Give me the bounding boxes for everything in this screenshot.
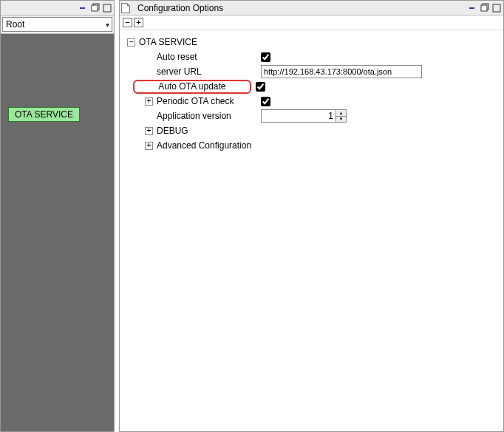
root-dropdown[interactable]: Root ▾ (2, 17, 112, 32)
svg-rect-2 (92, 5, 98, 11)
label-auto-reset: Auto reset (157, 52, 256, 62)
tree-label-root: OTA SERVICE (139, 37, 197, 47)
collapse-all-button[interactable]: − (123, 18, 132, 27)
maximize-icon[interactable] (491, 3, 502, 13)
expander-icon[interactable]: + (145, 127, 153, 135)
svg-rect-7 (493, 4, 500, 12)
svg-rect-6 (481, 5, 487, 11)
restore-icon[interactable] (480, 3, 490, 13)
left-pane: Root ▾ OTA SERVICE (0, 0, 115, 432)
checkbox-auto-reset[interactable] (261, 52, 270, 62)
checkbox-auto-ota-update[interactable] (256, 82, 265, 92)
spinner-down-icon[interactable]: ▼ (336, 117, 346, 123)
expander-icon[interactable]: + (145, 142, 153, 150)
checkbox-periodic-check[interactable] (261, 97, 270, 106)
minimize-icon[interactable] (78, 3, 89, 13)
label-app-version: Application version (157, 111, 256, 121)
restore-icon[interactable] (90, 3, 101, 13)
spinner-app-version[interactable]: ▲ ▼ (261, 109, 347, 123)
tree-node-auto-ota-update: · Auto OTA update (124, 79, 499, 94)
label-periodic-check: Periodic OTA check (157, 96, 256, 106)
chevron-down-icon: ▾ (106, 21, 109, 29)
document-icon (121, 3, 130, 13)
spinner-up-icon[interactable]: ▲ (336, 110, 346, 117)
tree-node-server-url: · server URL (124, 64, 499, 79)
label-auto-ota-update: Auto OTA update (158, 81, 245, 92)
highlight-auto-ota-update: · Auto OTA update (133, 80, 251, 94)
tree-toolbar: − + (120, 16, 503, 30)
root-selector-row: Root ▾ (1, 16, 114, 34)
right-title: Configuration Options (136, 3, 465, 13)
tree-node-auto-reset: · Auto reset (124, 49, 499, 64)
svg-rect-4 (469, 7, 474, 9)
input-server-url[interactable] (261, 65, 422, 78)
expander-icon[interactable]: − (127, 38, 135, 47)
tree-node-advanced[interactable]: + Advanced Configuration (124, 138, 499, 153)
ota-service-node[interactable]: OTA SERVICE (8, 107, 80, 122)
left-titlebar (1, 1, 114, 16)
label-server-url: server URL (157, 66, 256, 77)
expander-icon[interactable]: + (145, 97, 153, 106)
svg-rect-3 (103, 4, 111, 12)
expand-all-button[interactable]: + (134, 18, 143, 27)
right-titlebar: Configuration Options (120, 1, 503, 16)
tree-node-debug[interactable]: + DEBUG (124, 123, 499, 138)
svg-rect-0 (80, 7, 85, 9)
right-pane: Configuration Options − + − OTA SERVICE … (119, 0, 504, 432)
tree-node-periodic-check[interactable]: + Periodic OTA check (124, 94, 499, 109)
tree-node-ota-service[interactable]: − OTA SERVICE (124, 35, 499, 49)
tree-node-app-version: · Application version ▲ ▼ (124, 109, 499, 123)
maximize-icon[interactable] (102, 3, 112, 13)
left-canvas: OTA SERVICE (1, 34, 114, 431)
input-app-version[interactable] (262, 110, 336, 122)
minimize-icon[interactable] (468, 3, 478, 13)
label-debug: DEBUG (157, 126, 188, 136)
root-dropdown-label: Root (6, 19, 24, 30)
label-advanced: Advanced Configuration (157, 140, 251, 151)
config-tree: − OTA SERVICE · Auto reset · server URL … (120, 30, 503, 431)
